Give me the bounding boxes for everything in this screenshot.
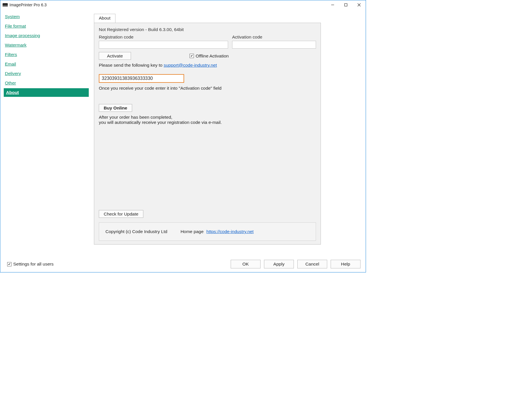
maximize-button[interactable] — [339, 0, 352, 9]
homepage-url: https://code-industry.net — [207, 229, 254, 234]
minimize-button[interactable] — [326, 0, 339, 9]
buy-online-label: Buy Online — [104, 105, 127, 110]
buy-online-button[interactable]: Buy Online — [99, 104, 132, 112]
order-line1: After your order has been completed, — [99, 115, 316, 120]
homepage-link[interactable]: https://code-industry.net — [207, 229, 254, 234]
sidebar-item-about[interactable]: About — [4, 88, 89, 97]
close-button[interactable] — [352, 0, 366, 9]
sidebar-item-label: Filters — [5, 52, 17, 57]
ok-button[interactable]: OK — [231, 260, 261, 268]
sidebar-item-label: About — [6, 90, 19, 95]
version-line: Not Registered version - Build 6.3.00, 6… — [99, 27, 316, 32]
offline-activation-checkbox[interactable]: ✔ Offline Activation — [190, 53, 229, 59]
settings-for-all-users-label: Settings for all users — [13, 262, 53, 267]
checkbox-icon: ✔ — [190, 54, 194, 58]
checkbox-icon: ✔ — [7, 262, 11, 266]
window-controls — [326, 0, 366, 9]
tab-label: About — [99, 16, 111, 20]
sidebar-item-label: Email — [5, 61, 16, 66]
help-label: Help — [341, 262, 350, 266]
sidebar-item-other[interactable]: Other — [4, 79, 89, 87]
help-button[interactable]: Help — [331, 260, 361, 268]
sidebar-item-label: System — [5, 14, 20, 19]
sidebar-item-label: Other — [5, 80, 16, 85]
sidebar-item-label: Watermark — [5, 43, 26, 47]
sidebar: System File format Image processing Wate… — [0, 9, 92, 256]
titlebar: ImagePrinter Pro 6.3 — [0, 0, 366, 9]
sidebar-item-system[interactable]: System — [4, 12, 89, 21]
about-panel: Not Registered version - Build 6.3.00, 6… — [94, 23, 321, 245]
offline-key: 32303931383936333330 — [102, 76, 153, 81]
copyright-text: Copyright (c) Code Industry Ltd — [105, 229, 167, 234]
svg-rect-1 — [345, 3, 347, 6]
window-title: ImagePrinter Pro 6.3 — [9, 3, 47, 7]
support-email: support@code-industry.net — [164, 63, 217, 68]
after-receive-text: Once you receive your code enter it into… — [99, 86, 316, 91]
sidebar-item-filters[interactable]: Filters — [4, 50, 89, 59]
sidebar-item-email[interactable]: Email — [4, 60, 89, 68]
footer-panel: Copyright (c) Code Industry Ltd Home pag… — [99, 222, 316, 241]
offline-activation-label: Offline Activation — [196, 53, 229, 59]
sidebar-item-image-processing[interactable]: Image processing — [4, 31, 89, 40]
ok-label: OK — [242, 262, 249, 266]
check-update-button[interactable]: Check for Update — [99, 210, 143, 218]
support-email-link[interactable]: support@code-industry.net — [164, 63, 217, 68]
apply-button[interactable]: Apply — [264, 260, 294, 268]
sidebar-item-file-format[interactable]: File format — [4, 22, 89, 30]
activate-button[interactable]: Activate — [99, 52, 131, 60]
cancel-button[interactable]: Cancel — [297, 260, 327, 268]
registration-code-input[interactable] — [99, 41, 228, 49]
offline-key-box[interactable]: 32303931383936333330 — [99, 74, 184, 83]
printer-icon — [3, 3, 8, 7]
bottom-bar: ✔ Settings for all users OK Apply Cancel… — [0, 256, 366, 272]
cancel-label: Cancel — [305, 262, 319, 266]
tab-about[interactable]: About — [94, 14, 115, 23]
sidebar-item-delivery[interactable]: Delivery — [4, 69, 89, 78]
homepage-label: Home page — [180, 229, 203, 234]
activation-code-input[interactable] — [232, 41, 316, 49]
sidebar-item-watermark[interactable]: Watermark — [4, 41, 89, 49]
send-key-line: Please send the following key to support… — [99, 63, 316, 68]
settings-for-all-users-checkbox[interactable]: ✔ Settings for all users — [7, 262, 53, 267]
sidebar-item-label: File format — [5, 24, 26, 28]
send-key-prefix: Please send the following key to — [99, 63, 164, 68]
activation-code-label: Activation code — [232, 34, 262, 39]
sidebar-item-label: Delivery — [5, 71, 21, 76]
order-line2: you will automatically receive your regi… — [99, 120, 316, 125]
registration-code-label: Registration code — [99, 34, 134, 39]
sidebar-item-label: Image processing — [5, 33, 40, 38]
apply-label: Apply — [273, 262, 285, 266]
check-update-label: Check for Update — [104, 212, 138, 216]
activate-button-label: Activate — [107, 53, 123, 58]
